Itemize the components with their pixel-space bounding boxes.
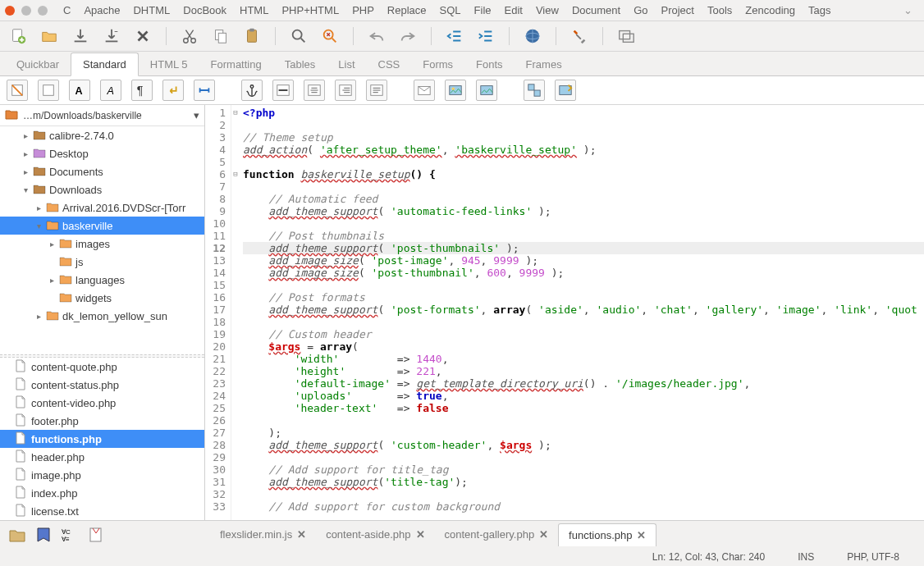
close-icon[interactable]: ✕ — [416, 528, 425, 541]
tree-row[interactable]: ▾Downloads — [0, 180, 204, 199]
tab-formatting[interactable]: Formatting — [199, 53, 273, 75]
tab-forms[interactable]: Forms — [411, 53, 464, 75]
folder-tree[interactable]: ▸calibre-2.74.0▸Desktop▸Documents▾Downlo… — [0, 126, 204, 354]
expander-icon[interactable]: ▸ — [48, 240, 56, 249]
menu-view[interactable]: View — [530, 2, 565, 18]
save-as-button[interactable] — [100, 25, 123, 48]
tab-tables[interactable]: Tables — [273, 53, 327, 75]
code-editor[interactable]: 1234567891011121314151617181920212223242… — [205, 105, 924, 520]
doc-tab[interactable]: functions.php✕ — [558, 523, 656, 546]
menu-overflow-icon[interactable]: ⌄ — [897, 4, 919, 16]
file-row[interactable]: content-status.php — [0, 376, 204, 394]
path-dropdown-icon[interactable]: ▾ — [194, 109, 199, 121]
tab-list[interactable]: List — [327, 53, 366, 75]
menu-html[interactable]: HTML — [234, 2, 274, 18]
expander-icon[interactable]: ▸ — [34, 203, 43, 212]
browser-preview-button[interactable] — [521, 25, 544, 48]
tree-row[interactable]: ▸dk_lemon_yellow_sun — [0, 307, 204, 325]
tree-row[interactable]: ▸Desktop — [0, 144, 204, 162]
tree-row[interactable]: ▸calibre-2.74.0 — [0, 126, 204, 144]
window-maximize-icon[interactable] — [38, 6, 48, 16]
close-icon[interactable]: ✕ — [637, 529, 646, 541]
file-row[interactable]: index.php — [0, 484, 204, 502]
file-row[interactable]: functions.php — [0, 430, 204, 448]
expander-icon[interactable]: ▸ — [21, 149, 30, 158]
doc-tab[interactable]: content-gallery.php✕ — [435, 523, 559, 545]
tree-row[interactable]: js — [0, 253, 204, 271]
window-minimize-icon[interactable] — [21, 6, 31, 16]
tab-frames[interactable]: Frames — [515, 53, 574, 75]
menu-php[interactable]: PHP — [346, 2, 380, 18]
hrule-button[interactable] — [272, 80, 294, 101]
tree-row[interactable]: widgets — [0, 289, 204, 307]
expander-icon[interactable]: ▸ — [21, 131, 30, 140]
undo-button[interactable] — [365, 25, 388, 48]
email-button[interactable] — [414, 80, 435, 101]
bookmarks-icon[interactable] — [34, 526, 53, 544]
italic-button[interactable]: A — [100, 80, 121, 101]
menu-sql[interactable]: SQL — [434, 2, 467, 18]
menu-edit[interactable]: Edit — [499, 2, 528, 18]
tree-row[interactable]: ▾baskerville — [0, 217, 204, 235]
close-icon[interactable]: ✕ — [297, 528, 306, 541]
preferences-button[interactable] — [568, 25, 591, 48]
cut-button[interactable] — [178, 25, 201, 48]
menu-replace[interactable]: Replace — [382, 2, 432, 18]
indent-button[interactable] — [474, 25, 497, 48]
expander-icon[interactable]: ▸ — [34, 312, 43, 321]
close-icon[interactable]: ✕ — [539, 528, 548, 541]
menu-project[interactable]: Project — [655, 2, 699, 18]
bold-button[interactable]: A — [69, 80, 90, 101]
expander-icon[interactable]: ▾ — [21, 185, 30, 194]
redo-button[interactable] — [396, 25, 419, 48]
expander-icon[interactable]: ▸ — [21, 167, 30, 176]
open-button[interactable] — [38, 25, 61, 48]
search-button[interactable] — [287, 25, 310, 48]
code-area[interactable]: <?php// Theme setupadd_action( 'after_se… — [240, 105, 924, 520]
file-row[interactable]: image.php — [0, 466, 204, 484]
tab-html5[interactable]: HTML 5 — [139, 53, 199, 75]
tab-fonts[interactable]: Fonts — [464, 53, 515, 75]
tab-standard[interactable]: Standard — [71, 52, 139, 76]
menu-docbook[interactable]: DocBook — [177, 2, 232, 18]
center-button[interactable] — [304, 80, 325, 101]
tab-css[interactable]: CSS — [367, 53, 412, 75]
multi-thumbnail-button[interactable] — [555, 80, 576, 101]
fold-gutter[interactable]: ⊟⊟ — [231, 105, 240, 520]
new-file-button[interactable] — [7, 25, 30, 48]
expander-icon[interactable]: ▾ — [34, 221, 43, 231]
menu-document[interactable]: Document — [566, 2, 626, 18]
tree-row[interactable]: ▸Documents — [0, 162, 204, 180]
fullscreen-button[interactable] — [615, 25, 638, 48]
file-row[interactable]: header.php — [0, 448, 204, 466]
thumbnail-button[interactable] — [524, 80, 545, 101]
copy-button[interactable] — [209, 25, 232, 48]
tree-row[interactable]: ▸images — [0, 235, 204, 253]
paragraph-button[interactable]: ¶ — [131, 80, 153, 101]
expander-icon[interactable]: ▸ — [48, 276, 56, 285]
path-bar[interactable]: …m/Downloads/baskerville ▾ — [0, 105, 204, 126]
image-button[interactable] — [476, 80, 497, 101]
menu-file[interactable]: File — [469, 2, 497, 18]
save-button[interactable] — [69, 25, 92, 48]
doc-tab[interactable]: flexslider.min.js✕ — [210, 523, 316, 545]
find-replace-button[interactable] — [318, 25, 341, 48]
window-close-icon[interactable] — [5, 6, 15, 16]
menu-go[interactable]: Go — [628, 2, 653, 18]
file-row[interactable]: content-video.php — [0, 394, 204, 412]
file-list[interactable]: content-quote.phpcontent-status.phpconte… — [0, 358, 204, 520]
menu-tools[interactable]: Tools — [702, 2, 738, 18]
menu-apache[interactable]: Apache — [78, 2, 126, 18]
file-row[interactable]: license.txt — [0, 502, 204, 520]
nbsp-button[interactable] — [194, 80, 215, 101]
tree-row[interactable]: ▸languages — [0, 271, 204, 289]
break-button[interactable] — [162, 80, 184, 101]
menu-phphtml[interactable]: PHP+HTML — [276, 2, 345, 18]
file-row[interactable]: content-quote.php — [0, 358, 204, 376]
menu-zencoding[interactable]: Zencoding — [739, 2, 801, 18]
menu-tags[interactable]: Tags — [803, 2, 836, 18]
comment-button[interactable] — [366, 80, 387, 101]
tab-quickbar[interactable]: Quickbar — [5, 53, 71, 75]
charmap-icon[interactable]: ∀C∀≡ — [61, 526, 79, 544]
rightalign-button[interactable] — [335, 80, 356, 101]
